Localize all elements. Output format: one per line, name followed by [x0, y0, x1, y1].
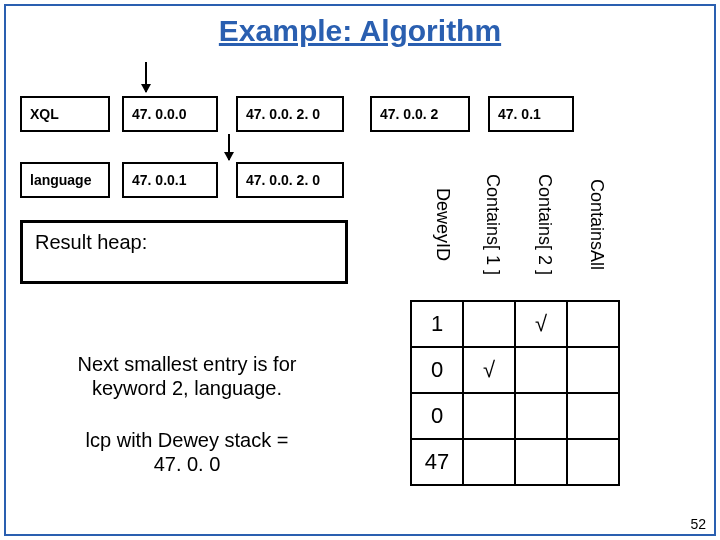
table-header-2: Contains[ 2 ]: [534, 165, 555, 285]
table-cell: [515, 347, 567, 393]
table-cell: [463, 439, 515, 485]
table-cell: 0: [411, 393, 463, 439]
slide-title: Example: Algorithm: [0, 14, 720, 48]
table-row: 0: [411, 393, 619, 439]
table-header-1: Contains[ 1 ]: [482, 165, 503, 285]
caption-1: Next smallest entry is for keyword 2, la…: [32, 352, 342, 400]
caption-2-line1: lcp with Dewey stack =: [32, 428, 342, 452]
result-heap-box: Result heap:: [20, 220, 348, 284]
cell-r1-c2: 47. 0.0. 2. 0: [236, 96, 344, 132]
result-heap-label: Result heap:: [35, 231, 147, 253]
cell-r1-c0: XQL: [20, 96, 110, 132]
caption-1-line1: Next smallest entry is for: [32, 352, 342, 376]
caption-2-line2: 47. 0. 0: [32, 452, 342, 476]
table-cell: √: [515, 301, 567, 347]
cell-r2-c1: 47. 0.0.1: [122, 162, 218, 198]
table-cell: [515, 439, 567, 485]
table-cell: 1: [411, 301, 463, 347]
arrow-down-1: [145, 62, 147, 92]
table-cell: [567, 393, 619, 439]
arrow-down-2: [228, 134, 230, 160]
table-cell: [567, 439, 619, 485]
table-cell: [463, 393, 515, 439]
table-cell: [567, 347, 619, 393]
table-row: 47: [411, 439, 619, 485]
page-number: 52: [690, 516, 706, 532]
dewey-table: 1 √ 0 √ 0 47: [410, 300, 620, 486]
cell-r2-c0: language: [20, 162, 110, 198]
table-row: 1 √: [411, 301, 619, 347]
table-row: 0 √: [411, 347, 619, 393]
table-header-0: DeweyID: [432, 165, 453, 285]
table-cell: [567, 301, 619, 347]
cell-r2-c2: 47. 0.0. 2. 0: [236, 162, 344, 198]
cell-r1-c1: 47. 0.0.0: [122, 96, 218, 132]
cell-r1-c4: 47. 0.1: [488, 96, 574, 132]
table-cell: [515, 393, 567, 439]
table-cell: 47: [411, 439, 463, 485]
table-cell: √: [463, 347, 515, 393]
caption-2: lcp with Dewey stack = 47. 0. 0: [32, 428, 342, 476]
table-cell: [463, 301, 515, 347]
caption-1-line2: keyword 2, language.: [32, 376, 342, 400]
table-header-3: ContainsAll: [586, 165, 607, 285]
cell-r1-c3: 47. 0.0. 2: [370, 96, 470, 132]
table-cell: 0: [411, 347, 463, 393]
